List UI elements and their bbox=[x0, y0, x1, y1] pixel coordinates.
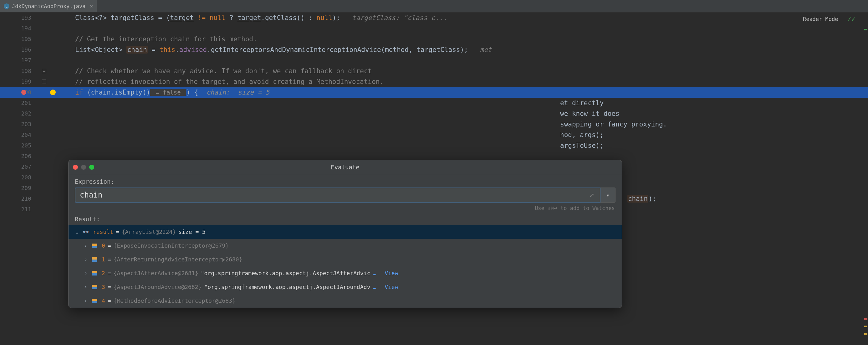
result-size: size = 5 bbox=[178, 225, 206, 239]
line-number: 209 bbox=[0, 183, 41, 194]
result-item-row[interactable]: › 0 = {ExposeInvocationInterceptor@2679} bbox=[68, 239, 622, 253]
result-root-row[interactable]: ⌄ 👓 result = {ArrayList@2224} size = 5 bbox=[68, 225, 622, 239]
object-icon bbox=[92, 271, 97, 276]
result-index: 0 bbox=[102, 239, 105, 253]
result-item-row[interactable]: › 4 = {MethodBeforeAdviceInterceptor@268… bbox=[68, 294, 622, 308]
expression-history-dropdown[interactable]: ▾ bbox=[600, 188, 616, 203]
chevron-right-icon[interactable]: › bbox=[83, 253, 89, 266]
line-number: 198 bbox=[0, 66, 41, 77]
close-icon[interactable]: × bbox=[90, 3, 93, 9]
dialog-body: Expression: ⤢ ▾ Use ⇧⌘↩ to add to Watche… bbox=[68, 174, 622, 223]
breakpoint-icon[interactable] bbox=[21, 90, 26, 95]
result-tree: ⌄ 👓 result = {ArrayList@2224} size = 5 ›… bbox=[68, 225, 622, 308]
code-line[interactable]: Class<?> targetClass = (target != null ?… bbox=[75, 12, 868, 23]
line-number: 205 bbox=[0, 140, 41, 151]
inline-debug-hint: met bbox=[480, 46, 492, 54]
line-number: 202 bbox=[0, 108, 41, 119]
result-type: {AfterReturningAdviceInterceptor@2680} bbox=[114, 253, 243, 266]
code-line[interactable]: argsToUse); bbox=[75, 140, 868, 151]
line-number: 196 bbox=[0, 45, 41, 55]
line-number: 207 bbox=[0, 162, 41, 172]
result-type: {MethodBeforeAdviceInterceptor@2683} bbox=[114, 294, 236, 308]
line-number: 204 bbox=[0, 130, 41, 140]
line-number: 195 bbox=[0, 34, 41, 45]
variable-chain: chain bbox=[627, 195, 648, 203]
object-icon bbox=[92, 257, 97, 262]
result-label: Result: bbox=[75, 216, 616, 223]
code-line[interactable]: List<Object> chain = this.advised.getInt… bbox=[75, 45, 868, 55]
line-number: 206 bbox=[0, 151, 41, 162]
line-number-gutter: 193 194 195 196 197 198 199 200 201 202 … bbox=[0, 12, 41, 345]
current-execution-line[interactable]: if (chain.isEmpty() = false ) {chain: si… bbox=[75, 87, 868, 98]
ellipsis-icon[interactable]: … bbox=[373, 280, 376, 294]
object-icon bbox=[92, 285, 97, 289]
result-type: {ExposeInvocationInterceptor@2679} bbox=[114, 239, 229, 253]
watch-glasses-icon: 👓 bbox=[82, 225, 89, 239]
inline-value-hint: = false bbox=[150, 89, 186, 96]
close-window-icon[interactable] bbox=[73, 165, 78, 170]
code-line[interactable] bbox=[75, 55, 868, 66]
code-line[interactable]: et directly bbox=[75, 98, 868, 108]
code-line[interactable]: we know it does bbox=[75, 108, 868, 119]
intention-bulb-icon[interactable] bbox=[50, 89, 56, 95]
result-type: {ArrayList@2224} bbox=[122, 225, 176, 239]
result-type: {AspectJAfterAdvice@2681} bbox=[114, 266, 198, 280]
result-item-row[interactable]: › 2 = {AspectJAfterAdvice@2681} "org.spr… bbox=[68, 266, 622, 280]
add-to-watches-hint: Use ⇧⌘↩ to add to Watches bbox=[75, 204, 616, 216]
line-number: 200 bbox=[0, 87, 41, 98]
result-index: 3 bbox=[102, 280, 105, 294]
chevron-right-icon[interactable]: › bbox=[83, 239, 89, 253]
result-name: result bbox=[93, 225, 113, 239]
zoom-window-icon[interactable] bbox=[89, 165, 94, 170]
view-link[interactable]: View bbox=[384, 280, 398, 294]
tab-filename: JdkDynamicAopProxy.java bbox=[12, 3, 86, 9]
chevron-right-icon[interactable]: › bbox=[83, 266, 89, 280]
result-item-row[interactable]: › 1 = {AfterReturningAdviceInterceptor@2… bbox=[68, 253, 622, 266]
object-icon bbox=[92, 243, 97, 248]
comment: // Get the interception chain for this m… bbox=[75, 35, 257, 43]
dialog-title-bar[interactable]: Evaluate bbox=[68, 160, 622, 174]
line-number: 194 bbox=[0, 23, 41, 34]
result-index: 4 bbox=[102, 294, 105, 308]
result-index: 2 bbox=[102, 266, 105, 280]
code-line[interactable]: swapping or fancy proxying. bbox=[75, 119, 868, 130]
result-index: 1 bbox=[102, 253, 105, 266]
result-type: {AspectJAroundAdvice@2682} bbox=[114, 280, 202, 294]
chevron-right-icon[interactable]: › bbox=[83, 280, 89, 294]
inline-debug-hint: chain: size = 5 bbox=[198, 89, 270, 96]
result-tostring: "org.springframework.aop.aspectj.AspectJ… bbox=[201, 266, 370, 280]
chevron-right-icon[interactable]: › bbox=[83, 294, 89, 308]
result-tostring: "org.springframework.aop.aspectj.AspectJ… bbox=[204, 280, 370, 294]
editor-tab[interactable]: C JdkDynamicAopProxy.java × bbox=[0, 0, 97, 12]
comment: // reflective invocation of the target, … bbox=[75, 78, 383, 85]
fold-marker-icon[interactable]: – bbox=[42, 69, 46, 73]
dialog-title: Evaluate bbox=[331, 164, 360, 171]
view-link[interactable]: View bbox=[384, 266, 398, 280]
line-number: 210 bbox=[0, 194, 41, 204]
line-number: 201 bbox=[0, 98, 41, 108]
fold-marker-icon[interactable]: – bbox=[42, 80, 46, 84]
chevron-down-icon: ▾ bbox=[606, 192, 610, 199]
code-line[interactable]: // Check whether we have any advice. If … bbox=[75, 66, 868, 77]
minimize-window-icon[interactable] bbox=[81, 165, 86, 170]
line-number: 199 bbox=[0, 77, 41, 87]
object-icon bbox=[92, 299, 97, 303]
code-line[interactable]: // reflective invocation of the target, … bbox=[75, 77, 868, 87]
comment: // Check whether we have any advice. If … bbox=[75, 67, 372, 75]
line-number: 208 bbox=[0, 172, 41, 183]
variable-chain: chain bbox=[126, 46, 147, 54]
line-number: 193 bbox=[0, 12, 41, 23]
line-number: 211 bbox=[0, 204, 41, 215]
line-number: 197 bbox=[0, 55, 41, 66]
chevron-down-icon[interactable]: ⌄ bbox=[74, 225, 80, 239]
result-item-row[interactable]: › 3 = {AspectJAroundAdvice@2682} "org.sp… bbox=[68, 280, 622, 294]
ellipsis-icon[interactable]: … bbox=[373, 266, 376, 280]
expression-input[interactable] bbox=[75, 188, 600, 203]
code-line[interactable]: hod, args); bbox=[75, 130, 868, 140]
window-controls bbox=[73, 165, 94, 170]
tab-bar: C JdkDynamicAopProxy.java × bbox=[0, 0, 868, 12]
java-class-icon: C bbox=[4, 3, 9, 9]
code-line[interactable] bbox=[75, 23, 868, 34]
expression-label: Expression: bbox=[75, 178, 616, 185]
code-line[interactable]: // Get the interception chain for this m… bbox=[75, 34, 868, 45]
